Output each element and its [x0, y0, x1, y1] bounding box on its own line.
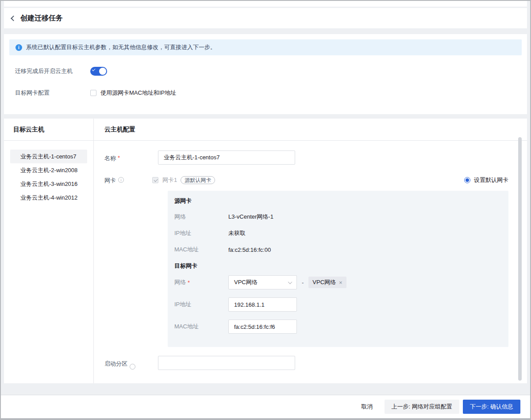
host-list: 业务云主机-1-centos7 业务云主机-2-win2008 业务云主机-3-…	[4, 141, 93, 204]
dest-network-label: 网络*	[174, 278, 228, 286]
nic1-line: 网卡1 源默认网卡 设置默认网卡	[152, 176, 508, 184]
chevron-down-icon	[288, 280, 292, 284]
nic1-checkbox	[152, 177, 158, 183]
host-list-item[interactable]: 业务云主机-2-win2008	[10, 163, 87, 177]
page-header: 创建迁移任务	[4, 8, 527, 28]
prev-step-button[interactable]: 上一步: 网络对应组配置	[385, 400, 459, 414]
dest-ip-input[interactable]	[228, 297, 297, 312]
general-settings-card: i 系统已默认配置目标云主机参数，如无其他信息修改，可直接进入下一步。 迁移完成…	[4, 34, 527, 114]
toggle-knob	[99, 68, 106, 75]
dest-network-row: 网络* VPC网络 - VPC网络 ×	[174, 275, 498, 289]
name-row: 名称*	[104, 150, 508, 165]
network-separator: -	[302, 279, 304, 286]
set-default-nic-label[interactable]: 设置默认网卡	[474, 176, 508, 184]
boot-partition-row: 启动分区	[104, 356, 508, 370]
nic-detail-panel: 源网卡 网络 L3-vCenter网络-1 IP地址 未获取 MAC地址	[168, 191, 508, 347]
target-hosts-panel: 目标云主机 业务云主机-1-centos7 业务云主机-2-win2008 业务…	[4, 119, 94, 383]
required-asterisk: *	[188, 279, 190, 286]
close-icon[interactable]: ×	[339, 280, 342, 285]
host-config-header: 云主机配置	[94, 119, 527, 141]
host-list-item[interactable]: 业务云主机-3-win2016	[10, 177, 87, 191]
source-mac-row: MAC地址 fa:c2:5d:16:fc:00	[174, 246, 498, 254]
dest-ip-row: IP地址	[174, 297, 498, 312]
power-on-row: 迁移完成后开启云主机	[15, 67, 522, 76]
boot-partition-input[interactable]	[158, 356, 295, 370]
scrollbar	[518, 137, 522, 381]
dest-network-select[interactable]: VPC网络	[228, 275, 297, 289]
source-ip-row: IP地址 未获取	[174, 229, 498, 237]
info-banner: i 系统已默认配置目标云主机参数，如无其他信息修改，可直接进入下一步。	[9, 39, 522, 55]
top-strip	[4, 1, 527, 7]
power-on-label: 迁移完成后开启云主机	[15, 67, 90, 75]
set-default-nic-radio[interactable]	[464, 177, 470, 183]
check-icon	[92, 68, 95, 71]
dest-mac-input[interactable]	[228, 320, 297, 334]
required-asterisk: *	[118, 154, 120, 161]
name-label: 名称*	[104, 150, 158, 165]
host-list-item[interactable]: 业务云主机-4-win2012	[10, 191, 87, 204]
use-source-mac-label[interactable]: 使用源网卡MAC地址和IP地址	[100, 89, 176, 97]
dest-nic-title: 目标网卡	[174, 262, 498, 270]
boot-partition-label: 启动分区	[104, 356, 158, 370]
info-icon	[130, 364, 135, 370]
host-list-item[interactable]: 业务云主机-1-centos7	[10, 150, 87, 163]
host-config-form: 名称* 网卡 i 网卡1 源默认网卡	[94, 141, 527, 370]
create-migration-task-page: 创建迁移任务 i 系统已默认配置目标云主机参数，如无其他信息修改，可直接进入下一…	[0, 0, 531, 420]
cancel-button[interactable]: 取消	[354, 400, 380, 414]
power-on-toggle[interactable]	[90, 67, 107, 76]
next-step-button[interactable]: 下一步: 确认信息	[463, 400, 520, 414]
use-source-mac-checkbox[interactable]	[90, 90, 96, 96]
source-network-row: 网络 L3-vCenter网络-1	[174, 213, 498, 221]
dest-mac-row: MAC地址	[174, 320, 498, 334]
back-icon[interactable]	[11, 15, 16, 21]
network-tag: VPC网络 ×	[308, 277, 346, 288]
source-nic-title: 源网卡	[174, 197, 498, 205]
source-default-nic-badge: 源默认网卡	[181, 176, 215, 184]
scrollbar-thumb[interactable]	[518, 137, 522, 381]
footer-bar: 取消 上一步: 网络对应组配置 下一步: 确认信息	[1, 395, 530, 418]
target-hosts-header: 目标云主机	[4, 119, 93, 141]
info-banner-text: 系统已默认配置目标云主机参数，如无其他信息修改，可直接进入下一步。	[26, 43, 216, 51]
nic-config-label: 目标网卡配置	[15, 89, 90, 97]
nic-label: 网卡 i	[104, 176, 158, 347]
host-config-card: 目标云主机 业务云主机-1-centos7 业务云主机-2-win2008 业务…	[4, 119, 527, 383]
nic-row: 网卡 i 网卡1 源默认网卡 设置默认网卡 源网卡	[104, 176, 508, 347]
name-input[interactable]	[158, 150, 295, 165]
host-config-panel: 云主机配置 名称* 网卡 i 网卡1	[94, 119, 527, 383]
nic1-label: 网卡1	[162, 176, 177, 184]
info-icon: i	[118, 177, 124, 183]
nic-config-row: 目标网卡配置 使用源网卡MAC地址和IP地址	[15, 89, 522, 97]
page-title: 创建迁移任务	[20, 14, 63, 23]
info-icon: i	[15, 44, 22, 51]
